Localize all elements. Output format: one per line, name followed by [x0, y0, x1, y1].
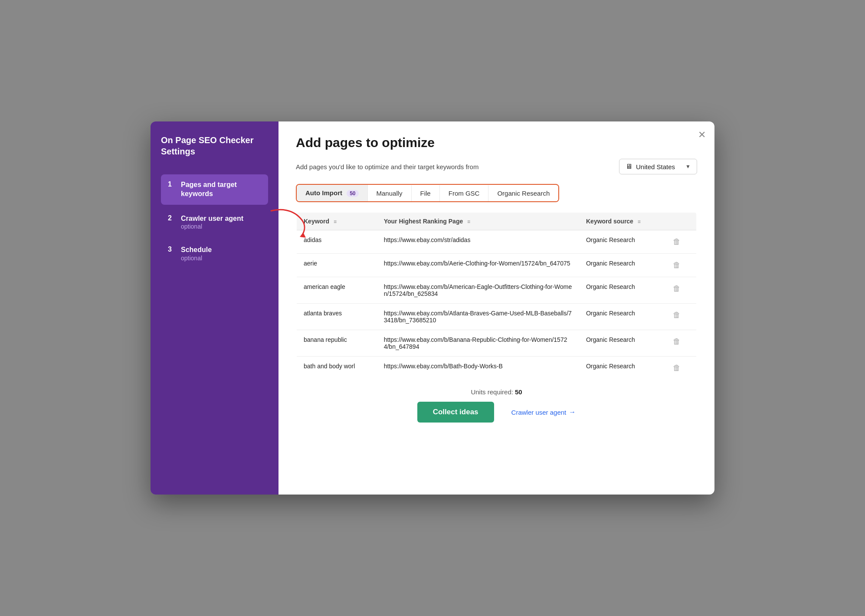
sidebar-item-label-1: Pages and target keywords — [181, 180, 261, 199]
sidebar-item-sublabel-2: optional — [181, 223, 243, 230]
collect-ideas-button[interactable]: Collect ideas — [417, 402, 494, 423]
close-button[interactable]: ✕ — [696, 128, 708, 141]
source-cell: Organic Research — [579, 330, 663, 357]
filter-source-icon[interactable]: ≡ — [638, 219, 641, 225]
sidebar: On Page SEO Checker Settings 1 Pages and… — [151, 121, 279, 495]
sidebar-item-schedule[interactable]: 3 Schedule optional — [161, 239, 268, 268]
keyword-cell: aerie — [296, 254, 377, 277]
source-cell: Organic Research — [579, 230, 663, 254]
col-keyword-source: Keyword source ≡ — [579, 212, 663, 230]
delete-cell: 🗑 — [663, 277, 697, 304]
import-tabs: Auto Import 50 Manually File From GSC Or… — [296, 184, 559, 202]
units-value: 50 — [515, 388, 522, 396]
table-row: bath and body worl https://www.ebay.com/… — [296, 357, 697, 380]
delete-row-button[interactable]: 🗑 — [670, 236, 683, 247]
source-cell: Organic Research — [579, 357, 663, 380]
delete-cell: 🗑 — [663, 254, 697, 277]
tab-from-gsc[interactable]: From GSC — [440, 185, 489, 201]
sidebar-item-number-1: 1 — [168, 180, 177, 188]
tab-auto-import-badge: 50 — [347, 190, 358, 197]
units-label: Units required: — [471, 388, 513, 396]
delete-cell: 🗑 — [663, 304, 697, 330]
tab-from-gsc-label: From GSC — [449, 190, 480, 197]
tab-organic-research[interactable]: Organic Research — [488, 185, 558, 201]
delete-row-button[interactable]: 🗑 — [670, 283, 683, 294]
tab-auto-import-label: Auto Import — [305, 189, 342, 197]
sidebar-item-number-3: 3 — [168, 246, 177, 253]
source-cell: Organic Research — [579, 304, 663, 330]
delete-cell: 🗑 — [663, 330, 697, 357]
monitor-icon: 🖥 — [626, 163, 632, 170]
keyword-cell: adidas — [296, 230, 377, 254]
sidebar-item-number-2: 2 — [168, 214, 177, 222]
subtitle-text: Add pages you'd like to optimize and the… — [296, 163, 612, 170]
tab-file-label: File — [420, 190, 431, 197]
delete-row-button[interactable]: 🗑 — [670, 260, 683, 271]
delete-row-button[interactable]: 🗑 — [670, 363, 683, 374]
delete-cell: 🗑 — [663, 357, 697, 380]
crawler-user-agent-link[interactable]: Crawler user agent → — [511, 408, 576, 416]
col-ranking-page: Your Highest Ranking Page ≡ — [377, 212, 579, 230]
tab-organic-research-label: Organic Research — [497, 190, 550, 197]
table-row: banana republic https://www.ebay.com/b/B… — [296, 330, 697, 357]
url-cell: https://www.ebay.com/str/adidas — [377, 230, 579, 254]
country-label: United States — [636, 163, 675, 170]
sidebar-item-crawler[interactable]: 2 Crawler user agent optional — [161, 208, 268, 236]
url-cell: https://www.ebay.com/b/American-Eagle-Ou… — [377, 277, 579, 304]
next-arrow-icon: → — [569, 408, 576, 416]
table-row: atlanta braves https://www.ebay.com/b/At… — [296, 304, 697, 330]
filter-ranking-icon[interactable]: ≡ — [467, 219, 470, 225]
sidebar-item-pages[interactable]: 1 Pages and target keywords — [161, 174, 268, 205]
source-cell: Organic Research — [579, 254, 663, 277]
table-row: american eagle https://www.ebay.com/b/Am… — [296, 277, 697, 304]
tab-auto-import[interactable]: Auto Import 50 — [297, 185, 368, 201]
tab-manually-label: Manually — [377, 190, 403, 197]
keywords-table: Keyword ≡ Your Highest Ranking Page ≡ Ke… — [296, 212, 697, 380]
url-cell: https://www.ebay.com/b/Atlanta-Braves-Ga… — [377, 304, 579, 330]
next-link-label: Crawler user agent — [511, 409, 567, 416]
country-selector[interactable]: 🖥 United States ▼ — [619, 159, 697, 174]
modal: On Page SEO Checker Settings 1 Pages and… — [151, 121, 714, 495]
footer-row: Collect ideas Crawler user agent → — [296, 402, 697, 423]
delete-row-button[interactable]: 🗑 — [670, 310, 683, 321]
delete-cell: 🗑 — [663, 230, 697, 254]
keyword-cell: bath and body worl — [296, 357, 377, 380]
subtitle-row: Add pages you'd like to optimize and the… — [296, 159, 697, 174]
units-row: Units required: 50 — [296, 388, 697, 396]
keyword-cell: banana republic — [296, 330, 377, 357]
sidebar-item-label-2: Crawler user agent — [181, 214, 243, 223]
url-cell: https://www.ebay.com/b/Bath-Body-Works-B — [377, 357, 579, 380]
chevron-down-icon: ▼ — [685, 164, 691, 170]
url-cell: https://www.ebay.com/b/Banana-Republic-C… — [377, 330, 579, 357]
page-title: Add pages to optimize — [296, 135, 697, 150]
sidebar-item-label-3: Schedule — [181, 246, 212, 255]
keyword-cell: atlanta braves — [296, 304, 377, 330]
tab-file[interactable]: File — [412, 185, 440, 201]
filter-keyword-icon[interactable]: ≡ — [334, 219, 337, 225]
sidebar-title: On Page SEO Checker Settings — [161, 134, 268, 157]
table-row: aerie https://www.ebay.com/b/Aerie-Cloth… — [296, 254, 697, 277]
source-cell: Organic Research — [579, 277, 663, 304]
sidebar-item-sublabel-3: optional — [181, 255, 212, 262]
delete-row-button[interactable]: 🗑 — [670, 336, 683, 347]
col-keyword: Keyword ≡ — [296, 212, 377, 230]
tab-manually[interactable]: Manually — [368, 185, 412, 201]
table-row: adidas https://www.ebay.com/str/adidas O… — [296, 230, 697, 254]
url-cell: https://www.ebay.com/b/Aerie-Clothing-fo… — [377, 254, 579, 277]
col-actions — [663, 212, 697, 230]
keyword-cell: american eagle — [296, 277, 377, 304]
main-content: ✕ Add pages to optimize Add pages you'd … — [279, 121, 714, 495]
